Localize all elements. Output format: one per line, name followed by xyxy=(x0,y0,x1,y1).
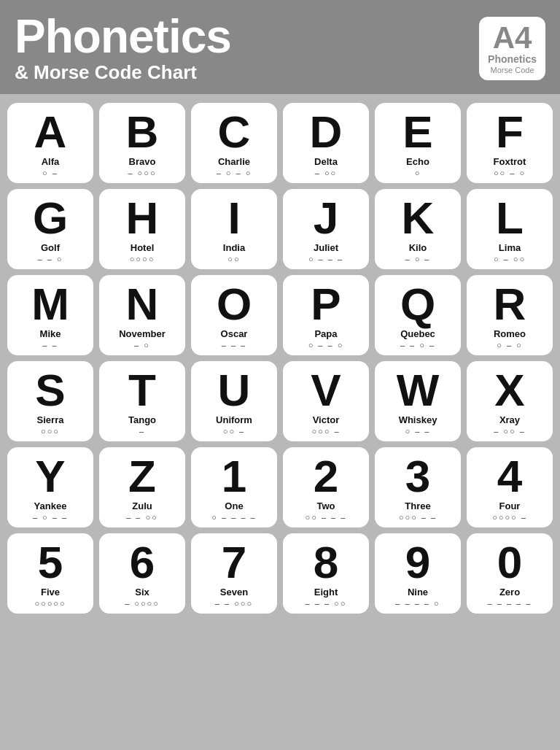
cell-name: Golf xyxy=(41,242,60,253)
cell-letter: H xyxy=(126,196,159,241)
cell-name: Delta xyxy=(314,156,338,167)
cell-letter: U xyxy=(218,368,251,413)
cell-morse: ○○○○○ xyxy=(34,599,66,608)
phonetic-cell-three: 3Three○○○ – – xyxy=(375,447,461,527)
phonetic-cell-six: 6Six– ○○○○ xyxy=(99,533,185,614)
cell-letter: 5 xyxy=(38,540,63,585)
cell-name: Zero xyxy=(499,587,520,598)
cell-morse: ○○ – xyxy=(223,427,245,436)
cell-morse: ○○○ xyxy=(41,427,60,436)
phonetic-cell-nine: 9Nine– – – – ○ xyxy=(375,533,461,614)
cell-morse: – ○ – ○ xyxy=(217,169,252,177)
cell-name: Hotel xyxy=(131,242,155,253)
cell-morse: – – ○○○ xyxy=(215,599,253,608)
cell-letter: 6 xyxy=(130,540,155,585)
cell-name: Oscar xyxy=(221,328,248,339)
cell-morse: ○ – xyxy=(42,169,58,177)
cell-morse: ○ xyxy=(415,169,421,177)
cell-morse: ○○ xyxy=(228,255,240,263)
cell-morse: ○○○ – xyxy=(311,427,340,436)
cell-morse: – ○○ xyxy=(315,169,337,177)
cell-letter: 7 xyxy=(222,540,246,585)
cell-letter: C xyxy=(218,109,251,155)
cell-name: Papa xyxy=(314,328,337,339)
phonetic-cell-victor: VVictor○○○ – xyxy=(283,361,369,441)
cell-letter: 9 xyxy=(405,540,430,585)
phonetic-cell-zero: 0Zero– – – – – xyxy=(467,533,553,614)
phonetic-cell-tango: TTango– xyxy=(99,361,185,441)
cell-letter: N xyxy=(126,282,159,327)
cell-name: Quebec xyxy=(400,328,435,339)
cell-name: Bravo xyxy=(129,156,156,167)
phonetic-cell-zulu: ZZulu– – ○○ xyxy=(99,447,185,527)
cell-morse: – ○ xyxy=(134,341,150,349)
phonetic-cell-uniform: UUniform○○ – xyxy=(191,361,277,441)
phonetic-cell-papa: PPapa○ – – ○ xyxy=(283,275,369,355)
phonetic-cell-two: 2Two○○ – – – xyxy=(283,447,369,527)
phonetic-cell-november: NNovember– ○ xyxy=(99,275,185,355)
phonetic-cell-quebec: QQuebec– – ○ – xyxy=(375,275,461,355)
cell-morse: – ○○○ xyxy=(128,169,156,177)
cell-morse: – ○○ – xyxy=(494,427,526,436)
phonetic-cell-one: 1One○ – – – – xyxy=(191,447,277,527)
cell-letter: V xyxy=(311,368,341,413)
cell-letter: F xyxy=(496,109,524,155)
cell-letter: G xyxy=(33,196,68,241)
phonetic-cell-romeo: RRomeo○ – ○ xyxy=(467,275,553,355)
cell-morse: – ○ – xyxy=(405,255,431,263)
cell-name: Sierra xyxy=(37,414,64,425)
cell-letter: Y xyxy=(35,454,65,499)
phonetic-cell-kilo: KKilo– ○ – xyxy=(375,189,461,269)
cell-name: Zulu xyxy=(132,500,152,511)
cell-name: Three xyxy=(405,500,430,511)
phonetics-grid: AAlfa○ –BBravo– ○○○CCharlie– ○ – ○DDelta… xyxy=(7,103,553,614)
cell-name: Two xyxy=(316,500,335,511)
cell-name: Seven xyxy=(220,587,248,598)
header-badge: A4 Phonetics Morse Code xyxy=(479,17,545,80)
cell-letter: R xyxy=(494,282,526,327)
phonetic-cell-alfa: AAlfa○ – xyxy=(7,103,93,183)
cell-name: Juliet xyxy=(314,242,338,253)
cell-morse: ○ – – ○ xyxy=(308,341,344,349)
cell-morse: – – ○ xyxy=(38,255,63,263)
cell-morse: ○○ – – – xyxy=(306,513,347,522)
cell-morse: ○ – – – – xyxy=(211,513,256,522)
cell-name: India xyxy=(223,242,245,253)
cell-letter: S xyxy=(35,368,65,413)
cell-morse: – – ○ – xyxy=(400,341,435,349)
cell-morse: ○○ – ○ xyxy=(494,169,526,177)
sub-title: & Morse Code Chart xyxy=(15,61,231,84)
cell-letter: X xyxy=(494,368,524,413)
cell-name: Eight xyxy=(314,587,338,598)
cell-letter: Z xyxy=(128,454,156,499)
cell-morse: ○ – ○ xyxy=(497,341,523,349)
phonetic-cell-juliet: JJuliet○ – – – xyxy=(283,189,369,269)
cell-morse: – – – – ○ xyxy=(395,599,440,608)
cell-letter: 3 xyxy=(405,454,430,499)
cell-letter: B xyxy=(126,109,159,155)
cell-letter: W xyxy=(397,368,440,413)
cell-name: Echo xyxy=(406,156,429,167)
cell-name: Xray xyxy=(499,414,520,425)
chart-area: AAlfa○ –BBravo– ○○○CCharlie– ○ – ○DDelta… xyxy=(0,94,560,750)
cell-letter: O xyxy=(217,282,252,327)
badge-a4: A4 xyxy=(488,23,537,53)
main-title: Phonetics xyxy=(15,13,231,60)
cell-name: Lima xyxy=(499,242,521,253)
phonetic-cell-five: 5Five○○○○○ xyxy=(7,533,93,614)
cell-letter: 2 xyxy=(314,454,338,499)
cell-letter: 1 xyxy=(222,454,246,499)
cell-name: November xyxy=(119,328,166,339)
cell-name: Yankee xyxy=(34,500,67,511)
header-title: Phonetics & Morse Code Chart xyxy=(15,13,231,84)
cell-letter: 0 xyxy=(497,540,522,585)
phonetic-cell-india: IIndia○○ xyxy=(191,189,277,269)
phonetic-cell-foxtrot: FFoxtrot○○ – ○ xyxy=(467,103,553,183)
phonetic-cell-echo: EEcho○ xyxy=(375,103,461,183)
cell-morse: ○○○○ xyxy=(130,255,155,263)
cell-name: Alfa xyxy=(42,156,60,167)
cell-name: Uniform xyxy=(216,414,252,425)
cell-letter: E xyxy=(402,109,432,155)
cell-name: Tango xyxy=(128,414,156,425)
cell-morse: ○○○ – – xyxy=(399,513,437,522)
